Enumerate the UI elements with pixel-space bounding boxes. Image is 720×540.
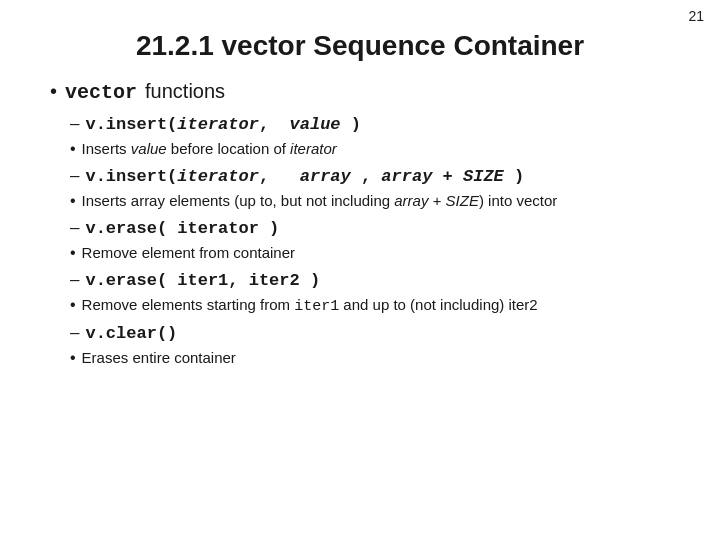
code-insert-1: v.insert(iterator, value ) (85, 115, 360, 134)
list-item: v.erase( iterator ) (70, 218, 670, 238)
code-erase-2: v.erase( iter1, iter2 ) (85, 271, 320, 290)
sub-item: Remove element from container (70, 244, 670, 262)
dash-list-2: v.insert(iterator, array , array + SIZE … (70, 166, 670, 186)
sub-item: Erases entire container (70, 349, 670, 367)
sub-list-4: Remove elements starting from iter1 and … (70, 296, 670, 315)
code-clear: v.clear() (85, 324, 177, 343)
sub-text: Erases entire container (82, 349, 236, 366)
code-erase-1: v.erase( iterator ) (85, 219, 279, 238)
functions-label: functions (145, 80, 225, 103)
sub-list-2: Inserts array elements (up to, but not i… (70, 192, 670, 210)
dash-list: v.insert(iterator, value ) (70, 114, 670, 134)
slide-content: 21.2.1 vector Sequence Container • vecto… (0, 0, 720, 395)
page-number: 21 (688, 8, 704, 24)
sub-text: Remove elements starting from iter1 and … (82, 296, 538, 315)
sub-text: Inserts value before location of iterato… (82, 140, 337, 157)
sub-text: Inserts array elements (up to, but not i… (82, 192, 558, 209)
bullet-dot: • (50, 80, 57, 103)
sub-item: Inserts array elements (up to, but not i… (70, 192, 670, 210)
list-item: v.clear() (70, 323, 670, 343)
sub-list-3: Remove element from container (70, 244, 670, 262)
sub-list-5: Erases entire container (70, 349, 670, 367)
list-item: v.erase( iter1, iter2 ) (70, 270, 670, 290)
main-bullet: • vector functions (50, 80, 670, 104)
slide-title: 21.2.1 vector Sequence Container (50, 30, 670, 62)
list-item: v.insert(iterator, array , array + SIZE … (70, 166, 670, 186)
sub-item: Inserts value before location of iterato… (70, 140, 670, 158)
sub-list-1: Inserts value before location of iterato… (70, 140, 670, 158)
dash-list-4: v.erase( iter1, iter2 ) (70, 270, 670, 290)
sub-text: Remove element from container (82, 244, 295, 261)
vector-keyword: vector (65, 81, 137, 104)
dash-list-5: v.clear() (70, 323, 670, 343)
list-item: v.insert(iterator, value ) (70, 114, 670, 134)
dash-list-3: v.erase( iterator ) (70, 218, 670, 238)
sub-item: Remove elements starting from iter1 and … (70, 296, 670, 315)
code-insert-2: v.insert(iterator, array , array + SIZE … (85, 167, 524, 186)
